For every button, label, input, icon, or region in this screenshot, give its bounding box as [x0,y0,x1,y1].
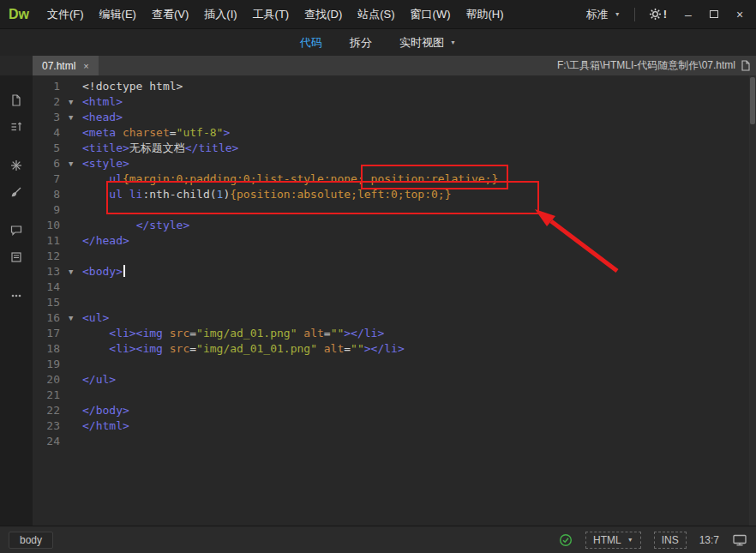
code-text [82,295,756,310]
fold-arrow-icon[interactable]: ▼ [69,110,82,125]
minimize-button[interactable]: – [675,0,701,28]
menu-item[interactable]: 窗口(W) [403,0,459,28]
menu-item[interactable]: 站点(S) [350,0,402,28]
line-number: 11 [33,233,69,249]
code-line[interactable]: 18 <li><img src="img/ad_01_01.png" alt="… [33,341,756,357]
fold-spacer [69,434,82,449]
code-line[interactable]: 12 [33,249,756,264]
code-line[interactable]: 8 ul li:nth-child(1){position:absolute;l… [33,187,756,202]
code-line[interactable]: 9 [33,202,756,218]
settings-button[interactable]: ! [640,8,675,21]
code-line[interactable]: 6▼<style> [33,156,756,171]
menu-items: 文件(F)编辑(E)查看(V)插入(I)工具(T)查找(D)站点(S)窗口(W)… [39,0,512,28]
icon-sidebar [0,75,33,526]
view-mode-label: 拆分 [350,35,372,51]
doctype-dropdown[interactable]: HTML ▼ [585,532,641,549]
code-line[interactable]: 23</html> [33,418,756,434]
vertical-scrollbar[interactable] [749,75,756,526]
tab-bar-spacer [0,56,33,75]
maximize-button[interactable] [701,0,727,28]
workspace-dropdown[interactable]: 标准 ▼ [578,7,629,22]
ins-mode-indicator[interactable]: INS [654,532,687,549]
more-icon[interactable] [5,285,27,307]
code-line[interactable]: 11</head> [33,233,756,249]
code-line[interactable]: 24 [33,434,756,449]
brush-icon[interactable] [5,181,27,203]
tag-selector[interactable]: body [9,532,53,549]
code-text [82,434,756,449]
menu-item[interactable]: 查看(V) [144,0,196,28]
code-text: <ul> [82,310,756,326]
line-number: 4 [33,125,69,141]
preview-monitor-icon[interactable] [732,533,747,547]
status-right: HTML ▼ INS 13:7 [559,532,747,549]
ins-label: INS [662,534,679,546]
code-line[interactable]: 15 [33,295,756,310]
fold-spacer [69,249,82,264]
fold-spacer [69,295,82,310]
menu-item[interactable]: 插入(I) [196,0,244,28]
code-line[interactable]: 4<meta charset="utf-8"> [33,125,756,141]
fold-spacer [69,388,82,403]
code-text: </style> [82,218,756,233]
close-button[interactable]: × [727,0,753,28]
code-line[interactable]: 17 <li><img src="img/ad_01.png" alt=""><… [33,326,756,341]
file-path-area: F:\工具箱\HTMLI-代码随意制作\07.html [557,58,756,73]
code-line[interactable]: 21 [33,388,756,403]
code-line[interactable]: 13▼<body> [33,264,756,280]
code-line[interactable]: 1<!doctype html> [33,79,756,94]
doctype-label: HTML [593,534,621,546]
code-line[interactable]: 10 </style> [33,218,756,233]
code-line[interactable]: 19 [33,357,756,372]
line-number: 19 [33,357,69,372]
divider [634,8,635,21]
fold-spacer [69,79,82,94]
line-number: 15 [33,295,69,310]
menu-item[interactable]: 查找(D) [297,0,350,28]
fold-spacer [69,171,82,187]
file-icon[interactable] [5,89,27,111]
fold-arrow-icon[interactable]: ▼ [69,264,82,280]
view-mode-tab[interactable]: 代码 [300,35,322,51]
sort-arrows-icon[interactable] [5,116,27,138]
code-line[interactable]: 20</ul> [33,372,756,388]
fold-spacer [69,357,82,372]
code-editor[interactable]: 1<!doctype html>2▼<html>3▼<head>4<meta c… [33,75,756,526]
fold-spacer [69,280,82,295]
fold-spacer [69,418,82,434]
document-tab[interactable]: 07.html × [33,56,99,75]
menu-item[interactable]: 编辑(E) [92,0,144,28]
menu-item[interactable]: 帮助(H) [459,0,512,28]
fold-arrow-icon[interactable]: ▼ [69,94,82,110]
scrollbar-thumb[interactable] [750,77,755,124]
code-line[interactable]: 14 [33,280,756,295]
tab-close-icon[interactable]: × [83,61,88,71]
code-text [82,388,756,403]
code-line[interactable]: 3▼<head> [33,110,756,125]
code-text: <li><img src="img/ad_01.png" alt=""></li… [82,326,756,341]
menu-bar: Dw 文件(F)编辑(E)查看(V)插入(I)工具(T)查找(D)站点(S)窗口… [0,0,756,28]
cursor-position: 13:7 [699,534,719,546]
notes-icon[interactable] [5,246,27,268]
code-text [82,357,756,372]
file-path: F:\工具箱\HTMLI-代码随意制作\07.html [557,58,735,73]
line-number: 20 [33,372,69,388]
view-mode-tab[interactable]: 拆分 [350,35,372,51]
view-mode-tab[interactable]: 实时视图▼ [399,35,456,51]
app-logo: Dw [5,7,39,22]
fold-arrow-icon[interactable]: ▼ [69,156,82,171]
code-text: <!doctype html> [82,79,756,94]
fold-spacer [69,141,82,156]
comment-icon[interactable] [5,219,27,242]
asterisk-icon[interactable] [5,154,27,177]
code-text: </head> [82,233,756,249]
code-line[interactable]: 5<title>无标题文档</title> [33,141,756,156]
fold-arrow-icon[interactable]: ▼ [69,310,82,326]
related-file-icon[interactable] [741,60,751,71]
code-line[interactable]: 22</body> [33,403,756,418]
menu-item[interactable]: 工具(T) [245,0,297,28]
code-line[interactable]: 7 ul{margin:0;padding:0;list-style:none;… [33,171,756,187]
menu-item[interactable]: 文件(F) [39,0,92,28]
code-line[interactable]: 16▼<ul> [33,310,756,326]
code-line[interactable]: 2▼<html> [33,94,756,110]
